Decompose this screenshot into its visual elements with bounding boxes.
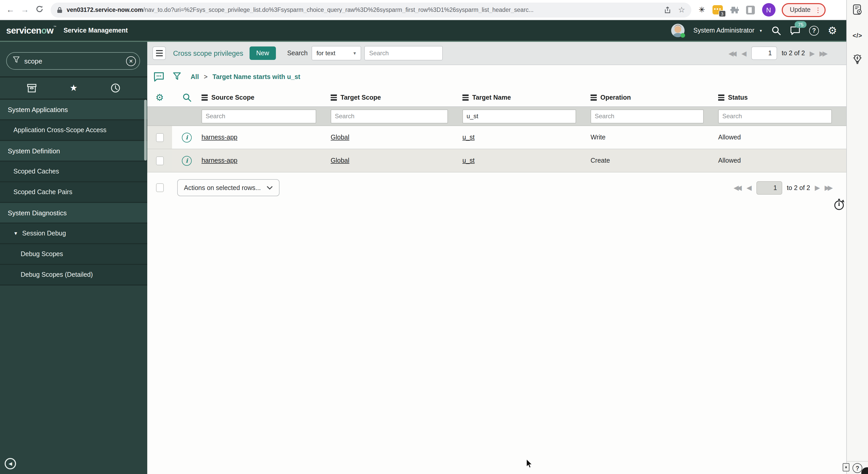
nav-item-session-debug[interactable]: ▼Session Debug (0, 224, 147, 244)
side-panel-icon[interactable] (746, 5, 754, 14)
first-page-icon[interactable]: ◀◀ (734, 184, 742, 191)
lock-icon (57, 6, 63, 13)
user-avatar[interactable] (671, 24, 685, 37)
breadcrumb-filter-link[interactable]: Target Name starts with u_st (213, 73, 301, 80)
info-icon[interactable]: i (182, 132, 192, 142)
tab-favorites-icon[interactable]: ★ (70, 83, 78, 93)
forward-icon[interactable]: → (18, 5, 32, 14)
page-preview-icon[interactable] (847, 4, 868, 15)
extension-notes-icon[interactable]: 3 (712, 5, 722, 14)
breadcrumb-all-link[interactable]: All (191, 73, 199, 80)
expanded-caret-icon[interactable]: ▼ (13, 231, 18, 236)
filter-target-name-input[interactable] (462, 109, 576, 123)
first-page-icon[interactable]: ◀◀ (728, 50, 737, 57)
response-time-icon[interactable] (833, 198, 845, 213)
bookmark-star-icon[interactable]: ☆ (678, 5, 685, 14)
nav-section-system-definition[interactable]: System Definition (0, 141, 147, 162)
column-header-status[interactable]: Status (718, 94, 846, 101)
last-page-icon[interactable]: ▶▶ (825, 184, 833, 191)
tab-all-applications-icon[interactable] (27, 83, 37, 93)
select-all-checkbox[interactable] (156, 183, 164, 192)
clear-filter-icon[interactable]: ✕ (126, 56, 136, 66)
column-menu-icon[interactable] (591, 95, 597, 101)
nav-item-scoped-caches[interactable]: Scoped Caches (0, 162, 147, 182)
list-search-input[interactable] (365, 46, 443, 60)
filter-target-scope-input[interactable] (331, 109, 448, 123)
app-navigator: scope ✕ ★ System Applications Applicatio… (0, 42, 147, 474)
row-checkbox[interactable] (156, 156, 163, 165)
sidebar-scrollbar[interactable] (144, 100, 147, 161)
browser-update-button[interactable]: Update ⋮ (781, 3, 826, 17)
nav-section-system-applications[interactable]: System Applications (0, 100, 147, 120)
resize-grip-icon[interactable] (843, 463, 849, 471)
search-type-select[interactable]: for text ▼ (312, 46, 362, 60)
cell-source-scope-link[interactable]: harness-app (202, 157, 238, 164)
user-menu-caret-icon[interactable]: ▼ (759, 29, 763, 32)
column-menu-icon[interactable] (462, 95, 469, 101)
column-menu-icon[interactable] (202, 95, 208, 101)
cell-target-scope-link[interactable]: Global (331, 157, 349, 164)
back-icon[interactable]: ← (3, 5, 18, 14)
nav-item-debug-scopes[interactable]: Debug Scopes (0, 244, 147, 265)
row-checkbox[interactable] (156, 133, 163, 142)
navigator-filter-value[interactable]: scope (24, 57, 126, 65)
app-header: servicenow™ Service Management System Ad… (0, 20, 846, 42)
browser-menu-dots-icon[interactable]: ⋮ (815, 6, 822, 13)
nav-item-scoped-cache-pairs[interactable]: Scoped Cache Pairs (0, 182, 147, 203)
filter-status-input[interactable] (718, 109, 832, 123)
nav-section-system-diagnostics[interactable]: System Diagnostics (0, 203, 147, 224)
filter-operation-input[interactable] (591, 109, 704, 123)
notes-dots (714, 8, 721, 10)
extensions-area: ✳ 3 N (699, 3, 775, 16)
list-chat-icon[interactable] (153, 72, 164, 82)
list-title-link[interactable]: Cross scope privileges (173, 49, 243, 57)
next-page-icon[interactable]: ▶ (815, 184, 820, 191)
new-button[interactable]: New (250, 46, 276, 60)
browser-profile-avatar[interactable]: N (762, 3, 775, 16)
tab-history-icon[interactable] (111, 83, 120, 93)
row-range-label: to 2 of 2 (782, 49, 805, 57)
help-icon[interactable]: ? (809, 26, 819, 35)
page-number-input[interactable] (756, 181, 782, 194)
breadcrumb-row: All > Target Name starts with u_st (147, 65, 846, 89)
nav-item-application-cross-scope-access[interactable]: Application Cross-Scope Access (0, 120, 147, 141)
cell-target-name-link[interactable]: u_st (462, 157, 474, 164)
cell-source-scope-link[interactable]: harness-app (202, 134, 238, 141)
settings-gear-icon[interactable]: ⚙ (828, 25, 837, 36)
navigator-filter-box[interactable]: scope ✕ (6, 52, 140, 70)
list-filter-icon[interactable] (173, 72, 181, 81)
cell-target-name-link[interactable]: u_st (462, 134, 474, 141)
nav-item-debug-scopes-detailed[interactable]: Debug Scopes (Detailed) (0, 265, 147, 285)
collapse-navigator-button[interactable]: ◀ (5, 458, 16, 469)
column-header-target-scope[interactable]: Target Scope (331, 94, 462, 101)
idea-lightbulb-icon[interactable] (847, 53, 868, 65)
column-menu-icon[interactable] (331, 95, 337, 101)
code-panel-icon[interactable]: </> (847, 32, 868, 39)
previous-page-icon[interactable]: ◀ (741, 50, 747, 57)
cell-target-scope-link[interactable]: Global (331, 134, 349, 141)
user-name[interactable]: System Administrator (693, 27, 754, 34)
column-search-toggle-icon[interactable] (172, 93, 202, 102)
page-number-input[interactable] (751, 46, 777, 60)
global-search-icon[interactable] (771, 26, 781, 35)
extensions-puzzle-icon[interactable] (730, 5, 739, 14)
reload-icon[interactable] (32, 5, 46, 15)
column-header-source-scope[interactable]: Source Scope (202, 94, 331, 101)
info-icon[interactable]: i (182, 156, 192, 166)
address-bar[interactable]: ven03172.service-now.com/nav_to.do?uri=%… (51, 2, 691, 17)
filter-source-scope-input[interactable] (202, 109, 316, 123)
column-menu-icon[interactable] (718, 95, 724, 101)
url-path: /nav_to.do?uri=%2Fsys_scope_privilege_li… (143, 7, 534, 13)
extension-burst-icon[interactable]: ✳ (699, 5, 705, 14)
conversations-icon[interactable]: 75 (790, 26, 800, 35)
next-page-icon[interactable]: ▶ (810, 50, 815, 57)
list-menu-icon[interactable] (152, 46, 166, 60)
chevron-down-icon (267, 185, 273, 190)
previous-page-icon[interactable]: ◀ (747, 184, 752, 191)
column-header-target-name[interactable]: Target Name (462, 94, 591, 101)
share-icon[interactable] (664, 6, 671, 14)
list-settings-gear-icon[interactable]: ⚙ (147, 93, 172, 102)
actions-dropdown[interactable]: Actions on selected rows... (177, 179, 280, 196)
column-header-operation[interactable]: Operation (591, 94, 718, 101)
last-page-icon[interactable]: ▶▶ (819, 50, 828, 57)
